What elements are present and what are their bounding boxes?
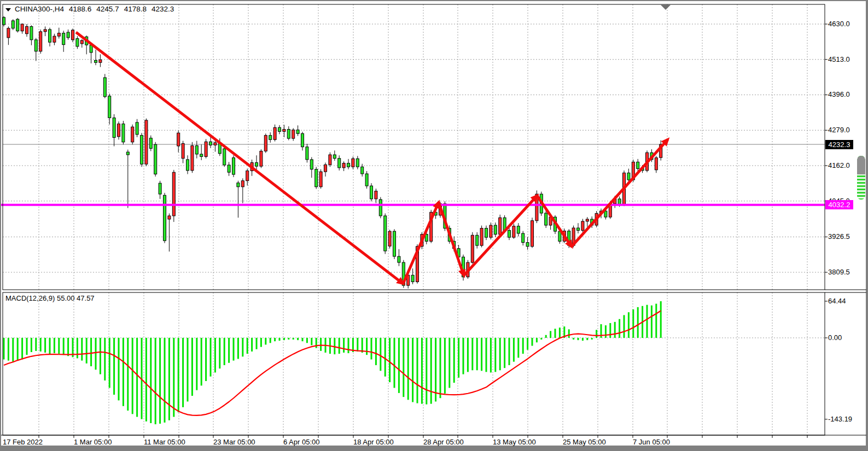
ohlc-low: 4178.8 <box>124 5 147 13</box>
vertical-scrollbar-thumb[interactable] <box>857 156 865 200</box>
scrollbar-thumb-cap <box>857 156 865 174</box>
ohlc-high: 4245.7 <box>96 5 119 13</box>
macd-indicator-label: MACD(12,26,9) 55.00 47.57 <box>5 294 95 302</box>
chevron-down-icon[interactable] <box>5 8 11 11</box>
chart-header: CHINA300-,H4 4188.6 4245.7 4178.8 4232.3 <box>5 5 175 13</box>
price-axis-label: 4630.0 <box>828 20 850 28</box>
time-axis-label: 6 Apr 05:00 <box>283 438 320 446</box>
macd-axis-label: 64.44 <box>828 297 846 305</box>
price-axis-label: 4396.0 <box>828 90 850 98</box>
macd-axis-label: 0.00 <box>828 333 842 342</box>
time-axis-label: 23 Mar 05:00 <box>213 438 255 446</box>
candlestick-chart-canvas[interactable] <box>1 1 868 451</box>
ohlc-close: 4232.3 <box>152 5 174 13</box>
time-axis-label: 25 May 05:00 <box>563 438 606 446</box>
price-axis-label: 3926.5 <box>828 232 850 241</box>
time-axis-label: 7 Jun 05:00 <box>633 438 670 446</box>
time-axis-label: 28 Apr 05:00 <box>423 438 464 446</box>
ohlc-open: 4188.6 <box>69 5 91 13</box>
time-axis-label: 1 Mar 05:00 <box>74 438 112 446</box>
horizontal-level-badge: 4032.2 <box>825 200 853 209</box>
time-axis-label: 13 May 05:00 <box>493 438 536 446</box>
time-axis-label: 18 Apr 05:00 <box>353 438 394 446</box>
macd-axis-label: -143.19 <box>828 415 852 423</box>
chart-window: CHINA300-,H4 4188.6 4245.7 4178.8 4232.3… <box>1 1 866 446</box>
current-price-badge: 4232.3 <box>825 140 853 149</box>
time-axis-label: 17 Feb 2022 <box>3 438 43 446</box>
price-axis-label: 3809.5 <box>828 268 850 276</box>
time-axis-label: 11 Mar 05:00 <box>144 438 185 446</box>
price-axis-label: 4279.0 <box>828 126 850 134</box>
price-axis-label: 4513.0 <box>828 55 850 63</box>
scroll-to-end-marker-icon[interactable] <box>661 5 671 10</box>
symbol-period-label: CHINA300-,H4 <box>15 5 64 13</box>
price-axis-label: 4162.0 <box>828 161 850 169</box>
